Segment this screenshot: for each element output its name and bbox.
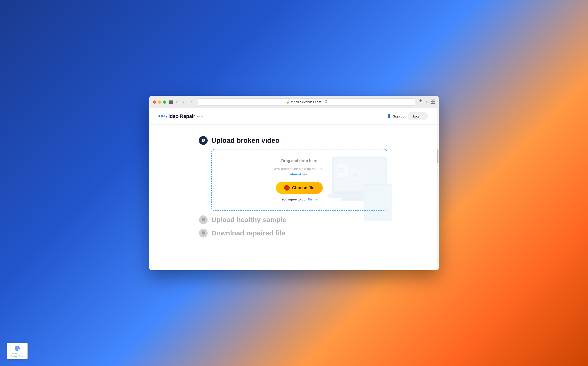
step-3-title: Download repaired file [211,229,285,237]
recaptcha-privacy-link[interactable]: Privacy [11,355,17,357]
choose-file-button[interactable]: + Choose file [276,182,323,194]
forward-button[interactable]: › [189,99,195,105]
recaptcha-terms-link[interactable]: Terms [19,355,24,357]
signup-button[interactable]: 👤 Sign up [387,114,404,118]
recaptcha-badge: reCAPTCHA Privacy · Terms [7,343,28,359]
login-button[interactable]: Log in [408,112,428,120]
step-3-section: ❸ Download repaired file [199,229,387,237]
plus-icon: + [284,185,290,191]
logo-dots [159,115,167,117]
terms-text: You agree to our Terms [219,198,380,201]
svg-rect-7 [433,102,435,103]
svg-rect-6 [431,102,433,103]
scrollbar[interactable] [437,108,439,270]
logo-area: ideo Repair alpha [159,113,203,119]
step-2-number-text: ❷ [201,217,205,222]
logo-dot-3 [163,115,165,117]
svg-rect-2 [169,102,171,104]
lock-icon: 🔒 [286,100,289,104]
step-1-section: ❶ Upload broken video Drag and drop here… [199,136,387,211]
step-3-number-text: ❸ [201,231,205,236]
step-1-number: ❶ [199,136,208,145]
terms-before: You agree to our [281,198,308,201]
logo-dot-1 [159,115,160,117]
logo-dot-2 [161,115,163,117]
header-actions: 👤 Sign up Log in [387,112,428,120]
step-2-title: Upload healthy sample [211,216,287,224]
browser-content: ideo Repair alpha 👤 Sign up Log in [149,108,437,270]
svg-rect-5 [433,100,435,101]
page-content: ideo Repair alpha 👤 Sign up Log in [149,108,437,270]
drag-drop-text: Drag and drop here [219,159,380,163]
browser-actions: + [419,99,435,105]
svg-rect-3 [171,102,173,104]
close-button[interactable] [153,100,156,104]
refresh-icon[interactable] [324,100,328,104]
scrollbar-thumb[interactable] [437,149,439,163]
recaptcha-logo [14,345,21,352]
tab-switcher-icon[interactable] [169,100,173,104]
subtitle-after: any. [302,172,309,176]
step-1-header: ❶ Upload broken video [199,136,387,145]
tabs-icon[interactable] [431,99,435,105]
user-icon: 👤 [387,114,391,118]
back-button[interactable]: ‹ [180,99,187,105]
svg-rect-0 [169,100,171,102]
browser-controls: ‹ › [180,99,195,105]
address-bar[interactable]: 🔒 repair.cleverfiles.com [198,98,416,106]
dropzone-subtitle: Any broken video file up to 5 GB, almost… [219,167,380,177]
minimize-button[interactable] [158,100,161,104]
step-3-number: ❸ [199,229,208,237]
recaptcha-links: Privacy · Terms [9,355,25,357]
traffic-lights [153,100,166,104]
step-1-number-text: ❶ [201,138,205,143]
logo-dot-4 [166,116,167,117]
browser-window: ▾ ‹ › 🔒 repair.cleverfiles.com + [149,96,439,270]
svg-rect-4 [431,100,433,101]
browser-content-wrapper: ideo Repair alpha 👤 Sign up Log in [149,108,439,270]
login-label: Log in [413,114,422,118]
share-icon[interactable] [419,99,423,105]
logo-alpha-badge: alpha [197,115,203,118]
tab-dropdown[interactable]: ▾ [176,100,177,104]
browser-chrome: ▾ ‹ › 🔒 repair.cleverfiles.com + [149,96,439,108]
logo-text: ideo Repair [168,113,195,119]
subtitle-before: Any broken video file up to 5 GB, [274,167,324,171]
step-2-section: ❷ Upload healthy sample [199,215,387,224]
choose-file-label: Choose file [292,185,314,190]
recaptcha-text: reCAPTCHA [9,353,25,355]
main-content: ❶ Upload broken video Drag and drop here… [190,125,397,251]
almost-link[interactable]: almost [290,172,301,176]
url-text: repair.cleverfiles.com [291,100,321,104]
step-2-number: ❷ [199,215,208,224]
terms-link[interactable]: Terms [308,198,317,201]
upload-dropzone[interactable]: Drag and drop here Any broken video file… [211,149,387,211]
svg-rect-1 [171,100,173,102]
step-1-title: Upload broken video [211,137,279,144]
maximize-button[interactable] [163,100,166,104]
recaptcha-separator: · [17,355,18,357]
signup-label: Sign up [393,114,404,118]
site-header: ideo Repair alpha 👤 Sign up Log in [149,108,437,125]
new-tab-icon[interactable]: + [425,99,428,105]
